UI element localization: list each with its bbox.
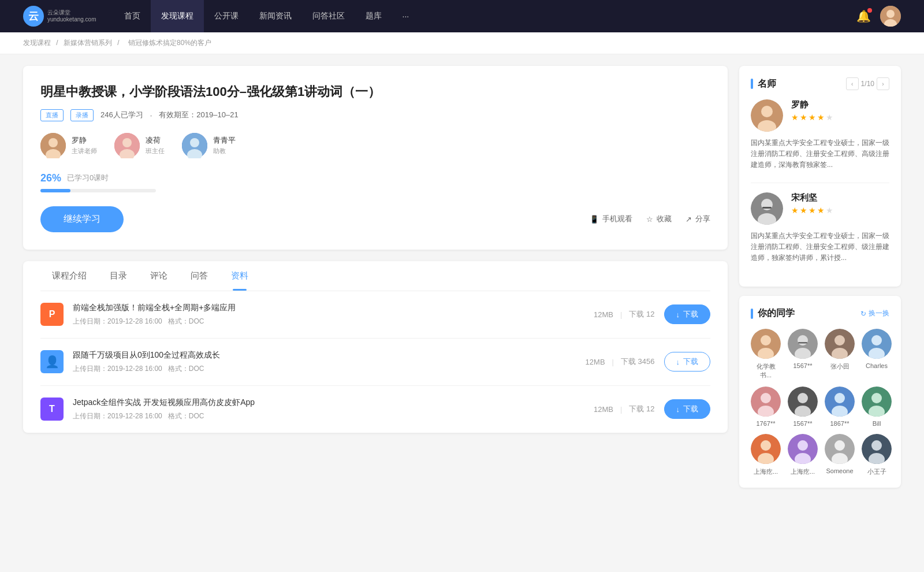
- badge-live: 直播: [40, 109, 64, 121]
- mobile-watch-button[interactable]: 📱 手机观看: [590, 214, 632, 224]
- classmate-avatar-11: [862, 434, 892, 464]
- download-button-0[interactable]: ↓ 下载: [664, 304, 711, 324]
- download-button-2[interactable]: ↓ 下载: [664, 399, 711, 419]
- teacher-desc-0: 国内某重点大学安全工程专业硕士，国家一级注册消防工程师、注册安全工程师、高级注册…: [751, 138, 889, 171]
- course-card: 明星中教授课，小学阶段语法100分–强化级第1讲动词（一） 直播 录播 246人…: [23, 66, 728, 250]
- bell-dot: [867, 8, 872, 13]
- teacher-card-0: 罗静 ★ ★ ★ ★ ★ 国内某重点大学安全工程专业硕士，国家一级注册消防工程师…: [751, 99, 889, 171]
- download-icon-1: ↓: [676, 358, 680, 366]
- nav-item-qa[interactable]: 问答社区: [302, 0, 355, 32]
- resource-title-2: Jetpack全组件实战 开发短视频应用高仿皮皮虾App: [73, 398, 584, 408]
- user-avatar[interactable]: [880, 6, 901, 27]
- tab-review[interactable]: 评论: [139, 261, 179, 291]
- course-students: 246人已学习: [100, 110, 143, 120]
- classmate-item-4[interactable]: 1767**: [751, 387, 781, 427]
- classmate-avatar-8: [751, 434, 781, 464]
- nav-item-quiz[interactable]: 题库: [355, 0, 392, 32]
- classmate-avatar-9: [788, 434, 818, 464]
- nav-item-home[interactable]: 首页: [114, 0, 151, 32]
- title-bar-accent: [751, 79, 753, 89]
- resource-stats-1: 12MB | 下载 3456: [586, 356, 655, 367]
- classmates-panel-title: 你的同学: [751, 307, 795, 320]
- tab-resources[interactable]: 资料: [219, 261, 260, 291]
- nav-item-open[interactable]: 公开课: [204, 0, 249, 32]
- nav-item-more[interactable]: ···: [392, 0, 420, 32]
- classmate-avatar-7: [862, 387, 892, 417]
- tabs-section: 课程介绍 目录 评论 问答 资料 P 前端全栈加强版！前端全栈+全周期+多端应用…: [23, 261, 728, 433]
- teachers-page: 1/10: [861, 80, 874, 88]
- instructor-name-1: 凌荷: [146, 135, 165, 146]
- tab-qa[interactable]: 问答: [179, 261, 219, 291]
- classmate-avatar-10: [825, 434, 855, 464]
- nav-item-discover[interactable]: 发现课程: [151, 0, 204, 32]
- content-area: 明星中教授课，小学阶段语法100分–强化级第1讲动词（一） 直播 录播 246人…: [23, 66, 728, 497]
- teachers-next-button[interactable]: ›: [877, 77, 889, 90]
- classmate-item-7[interactable]: Bill: [862, 387, 892, 427]
- svg-rect-25: [798, 342, 807, 344]
- refresh-icon: ↻: [860, 310, 866, 318]
- resource-title-1: 跟随千万级项目从0到100全过程高效成长: [73, 350, 576, 361]
- breadcrumb-discover[interactable]: 发现课程: [23, 39, 51, 47]
- classmate-item-11[interactable]: 小王子: [862, 434, 892, 476]
- nav-item-news[interactable]: 新闻资讯: [249, 0, 302, 32]
- download-icon-2: ↓: [676, 405, 680, 414]
- resource-meta-2: 上传日期：2019-12-28 16:00 格式：DOC: [73, 411, 584, 421]
- instructor-0: 罗静 主讲老师: [40, 133, 97, 158]
- teacher-avatar-1: [751, 192, 783, 225]
- bell-icon[interactable]: 🔔: [856, 9, 871, 23]
- action-row: 继续学习 📱 手机观看 ☆ 收藏 ↗ 分享: [40, 206, 710, 232]
- resource-downloads-0: 下载 12: [629, 309, 654, 320]
- classmate-name-10: Someone: [826, 467, 853, 474]
- nav-right: 🔔: [856, 6, 901, 27]
- svg-point-20: [761, 335, 771, 346]
- classmate-item-9[interactable]: 上海疙...: [788, 434, 818, 476]
- svg-point-7: [122, 138, 132, 147]
- teacher-stars-1: ★ ★ ★ ★ ★: [791, 206, 889, 215]
- tab-catalog[interactable]: 目录: [98, 261, 139, 291]
- share-button[interactable]: ↗ 分享: [685, 214, 710, 224]
- instructor-2: 青青平 助教: [182, 133, 236, 158]
- classmate-item-10[interactable]: Someone: [825, 434, 855, 476]
- svg-point-42: [871, 393, 882, 403]
- download-button-1[interactable]: ↓ 下载: [664, 352, 711, 372]
- nav-items: 首页 发现课程 公开课 新闻资讯 问答社区 题库 ···: [114, 0, 856, 32]
- logo[interactable]: 云 云朵课堂 yunduoketang.com: [23, 6, 96, 27]
- classmate-item-6[interactable]: 1867**: [825, 387, 855, 427]
- progress-percent: 26%: [40, 172, 61, 184]
- classmates-grid: 化学教书... 1567** 张小田: [751, 329, 889, 476]
- resource-size-2: 12MB: [594, 405, 613, 414]
- classmate-avatar-3: [862, 329, 892, 359]
- instructors: 罗静 主讲老师 凌荷 班主任: [40, 133, 710, 158]
- navbar: 云 云朵课堂 yunduoketang.com 首页 发现课程 公开课 新闻资讯…: [0, 0, 924, 32]
- svg-point-13: [761, 106, 773, 117]
- teacher-desc-1: 国内某重点大学安全工程专业硕士，国家一级注册消防工程师、注册安全工程师、级注册建…: [751, 231, 889, 264]
- classmate-avatar-6: [825, 387, 855, 417]
- teachers-prev-button[interactable]: ‹: [846, 77, 859, 90]
- course-separator: ·: [150, 111, 152, 120]
- instructor-avatar-0: [40, 133, 66, 158]
- classmate-item-5[interactable]: 1567**: [788, 387, 818, 427]
- classmate-item-3[interactable]: Charles: [862, 329, 892, 380]
- resource-size-1: 12MB: [586, 358, 605, 366]
- tab-intro[interactable]: 课程介绍: [40, 261, 98, 291]
- resource-meta-0: 上传日期：2019-12-28 16:00 格式：DOC: [73, 317, 584, 326]
- resource-icon-1: 👤: [40, 350, 64, 373]
- classmate-item-8[interactable]: 上海疙...: [751, 434, 781, 476]
- classmate-item-1[interactable]: 1567**: [788, 329, 818, 380]
- classmate-item-2[interactable]: 张小田: [825, 329, 855, 380]
- progress-label: 26% 已学习0课时: [40, 172, 710, 184]
- collect-button[interactable]: ☆ 收藏: [646, 214, 672, 224]
- course-title: 明星中教授课，小学阶段语法100分–强化级第1讲动词（一）: [40, 83, 710, 101]
- classmate-name-8: 上海疙...: [754, 467, 778, 476]
- continue-learning-button[interactable]: 继续学习: [40, 206, 124, 232]
- badge-record: 录播: [70, 109, 94, 121]
- collect-icon: ☆: [646, 215, 653, 224]
- classmate-item-0[interactable]: 化学教书...: [751, 329, 781, 380]
- refresh-classmates-button[interactable]: ↻ 换一换: [860, 309, 889, 318]
- svg-point-45: [761, 440, 771, 451]
- teachers-panel-header: 名师 ‹ 1/10 ›: [751, 77, 889, 90]
- breadcrumb-series[interactable]: 新媒体营销系列: [64, 39, 112, 47]
- resource-icon-0: P: [40, 303, 64, 326]
- resource-size-0: 12MB: [594, 310, 613, 319]
- classmate-name-0: 化学教书...: [751, 362, 781, 380]
